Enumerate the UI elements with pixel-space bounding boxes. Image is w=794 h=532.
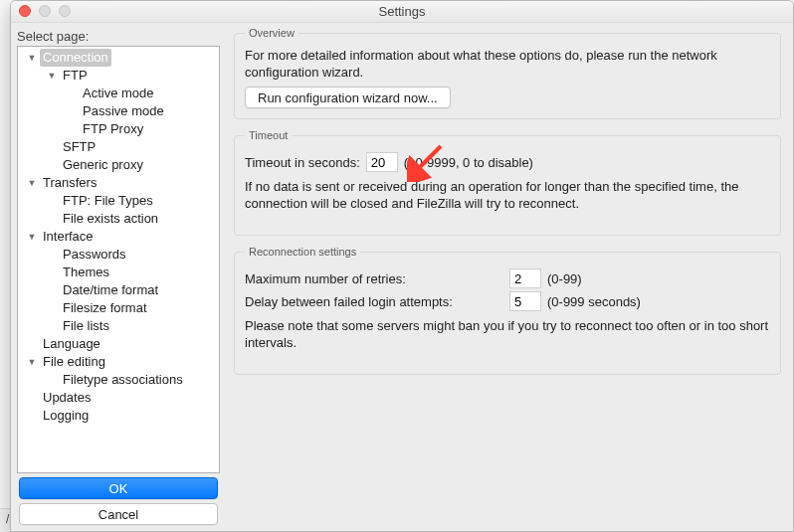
- tree-item[interactable]: Filesize format: [18, 299, 219, 317]
- window-controls: [19, 5, 71, 17]
- retries-input[interactable]: [509, 268, 541, 288]
- settings-content: Overview For more detailed information a…: [226, 23, 793, 531]
- tree-item-label: Language: [40, 335, 103, 353]
- tree-item-label: Themes: [60, 264, 112, 281]
- tree-item-label: Date/time format: [60, 281, 161, 299]
- retries-hint: (0-99): [547, 271, 582, 286]
- disclosure-triangle-icon[interactable]: ▼: [26, 353, 38, 371]
- settings-dialog: Settings Select page: ▼Connection▼FTPAct…: [10, 0, 794, 532]
- tree-item-label: File editing: [40, 353, 108, 371]
- timeout-hint: (10-9999, 0 to disable): [404, 155, 533, 170]
- tree-item[interactable]: FTP: File Types: [18, 192, 219, 210]
- window-title: Settings: [379, 4, 426, 19]
- close-icon[interactable]: [19, 5, 31, 17]
- group-timeout: Timeout Timeout in seconds: (10-9999, 0 …: [234, 129, 781, 236]
- group-overview-legend: Overview: [245, 27, 298, 39]
- group-reconnect-legend: Reconnection settings: [245, 246, 360, 258]
- group-timeout-legend: Timeout: [245, 129, 292, 141]
- tree-item[interactable]: Filetype associations: [18, 371, 219, 389]
- timeout-input[interactable]: [366, 152, 398, 172]
- group-reconnect: Reconnection settings Maximum number of …: [234, 246, 781, 375]
- tree-item[interactable]: FTP Proxy: [18, 120, 219, 138]
- disclosure-triangle-icon[interactable]: ▼: [26, 174, 38, 192]
- tree-item[interactable]: Passive mode: [18, 102, 219, 120]
- sidebar: Select page: ▼Connection▼FTPActive modeP…: [11, 23, 226, 531]
- ok-button[interactable]: OK: [19, 477, 218, 499]
- tree-item-label: Active mode: [80, 85, 157, 102]
- delay-input[interactable]: [509, 291, 541, 311]
- run-config-wizard-button[interactable]: Run configuration wizard now...: [245, 87, 451, 108]
- delay-label: Delay between failed login attempts:: [245, 294, 503, 309]
- tree-item[interactable]: File lists: [18, 317, 219, 335]
- zoom-icon: [59, 5, 71, 17]
- disclosure-triangle-icon[interactable]: ▼: [26, 49, 38, 67]
- tree-item-label: Filesize format: [60, 299, 150, 317]
- overview-desc: For more detailed information about what…: [245, 47, 770, 81]
- cancel-button[interactable]: Cancel: [19, 503, 218, 525]
- settings-tree[interactable]: ▼Connection▼FTPActive modePassive modeFT…: [18, 47, 219, 472]
- tree-item[interactable]: Date/time format: [18, 281, 219, 299]
- tree-item-label: Logging: [40, 407, 92, 425]
- tree-item[interactable]: Updates: [18, 389, 219, 407]
- titlebar: Settings: [11, 1, 793, 23]
- tree-item-label: FTP: [60, 67, 91, 85]
- tree-item[interactable]: File exists action: [18, 210, 219, 228]
- tree-item-label: FTP Proxy: [80, 120, 146, 138]
- tree-item[interactable]: Generic proxy: [18, 156, 219, 174]
- tree-item[interactable]: Passwords: [18, 246, 219, 264]
- tree-item[interactable]: Themes: [18, 264, 219, 281]
- timeout-desc: If no data is sent or received during an…: [245, 178, 770, 212]
- sidebar-heading: Select page:: [17, 27, 220, 46]
- tree-item[interactable]: SFTP: [18, 138, 219, 156]
- tree-item-label: Generic proxy: [60, 156, 146, 174]
- tree-item-label: FTP: File Types: [60, 192, 156, 210]
- tree-item[interactable]: ▼Interface: [18, 228, 219, 246]
- tree-item-label: SFTP: [60, 138, 99, 156]
- tree-item[interactable]: Logging: [18, 407, 219, 425]
- tree-item[interactable]: ▼Connection: [18, 49, 219, 67]
- disclosure-triangle-icon[interactable]: ▼: [26, 228, 38, 246]
- timeout-label: Timeout in seconds:: [245, 155, 360, 170]
- tree-item[interactable]: Active mode: [18, 85, 219, 102]
- delay-hint: (0-999 seconds): [547, 294, 641, 309]
- tree-item-label: Passive mode: [80, 102, 167, 120]
- tree-item-label: File exists action: [60, 210, 161, 228]
- tree-item[interactable]: ▼Transfers: [18, 174, 219, 192]
- tree-item[interactable]: ▼FTP: [18, 67, 219, 85]
- group-overview: Overview For more detailed information a…: [234, 27, 781, 119]
- tree-item-label: Passwords: [60, 246, 129, 264]
- tree-item-label: Updates: [40, 389, 94, 407]
- tree-item-label: Transfers: [40, 174, 99, 192]
- minimize-icon: [39, 5, 51, 17]
- tree-item-label: Connection: [40, 49, 111, 67]
- tree-item-label: Filetype associations: [60, 371, 186, 389]
- tree-item-label: Interface: [40, 228, 97, 246]
- retries-label: Maximum number of retries:: [245, 271, 503, 286]
- tree-item-label: File lists: [60, 317, 112, 335]
- reconnect-note: Please note that some servers might ban …: [245, 317, 770, 351]
- tree-item[interactable]: ▼File editing: [18, 353, 219, 371]
- tree-item[interactable]: Language: [18, 335, 219, 353]
- disclosure-triangle-icon[interactable]: ▼: [46, 67, 58, 85]
